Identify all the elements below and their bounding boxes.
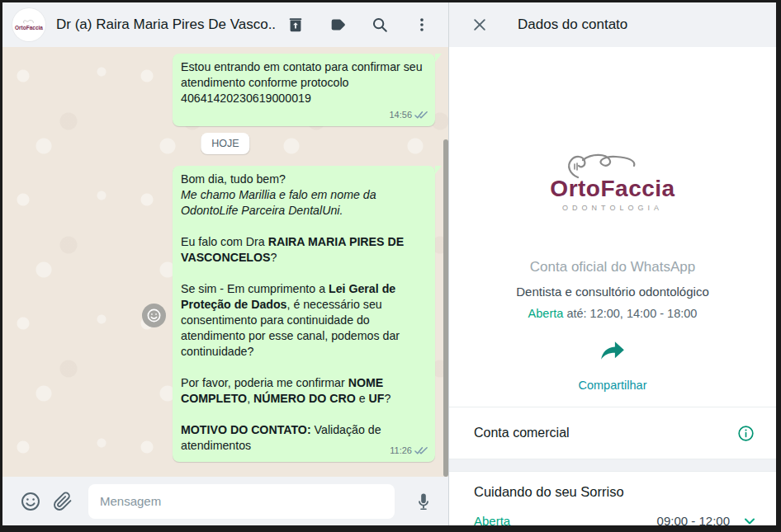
message-text: Por favor, poderia me confirmar bbox=[181, 376, 348, 389]
message-text: Se sim - Em cumprimento a bbox=[181, 282, 329, 295]
contact-info-body: OrtoFaccia ODONTOLOGIA Conta oficial do … bbox=[449, 47, 776, 525]
menu-kebab-icon[interactable] bbox=[412, 15, 432, 35]
double-check-icon bbox=[414, 446, 428, 455]
double-check-icon bbox=[414, 111, 428, 120]
business-account-row: Conta comercial bbox=[449, 407, 776, 459]
hours-expand-row[interactable]: Aberta 09:00 - 12:00 bbox=[474, 514, 756, 525]
business-category: Dentista e consultório odontológico bbox=[449, 285, 776, 299]
share-label: Compartilhar bbox=[449, 379, 776, 392]
business-bio: Cuidando do seu Sorriso bbox=[474, 484, 755, 500]
message-bubble: Estou entrando em contato para confirmar… bbox=[173, 54, 435, 126]
contact-avatar[interactable]: OrtoFaccia bbox=[12, 8, 45, 41]
message-time: 14:56 bbox=[389, 107, 412, 123]
avatar-brand-text: OrtoFaccia bbox=[15, 25, 43, 31]
business-account-label: Conta comercial bbox=[474, 426, 570, 440]
message-text-bold: MOTIVO DO CONTATO: bbox=[181, 423, 311, 436]
message-input[interactable] bbox=[88, 484, 395, 519]
message-text: ? bbox=[271, 251, 277, 264]
message-text: Bom dia, tudo bem? bbox=[181, 172, 286, 186]
contact-info-header: Dados do contato bbox=[449, 2, 776, 47]
message-text: ? bbox=[384, 392, 390, 405]
close-icon[interactable] bbox=[471, 16, 489, 34]
label-icon[interactable] bbox=[328, 15, 348, 35]
whatsapp-window: OrtoFaccia Dr (a) Raira Maria Pires De V… bbox=[2, 2, 776, 525]
hours-text: até: 12:00, 14:00 - 18:00 bbox=[566, 307, 697, 320]
message-composer bbox=[2, 477, 448, 525]
message-text-italic: Me chamo Marillia e falo em nome da Odon… bbox=[181, 188, 376, 217]
date-divider: HOJE bbox=[201, 133, 249, 154]
info-icon[interactable] bbox=[737, 425, 755, 442]
business-logo: OrtoFaccia ODONTOLOGIA bbox=[449, 153, 776, 212]
panel-title: Dados do contato bbox=[518, 16, 627, 33]
section-separator bbox=[449, 459, 776, 472]
chat-header[interactable]: OrtoFaccia Dr (a) Raira Maria Pires De V… bbox=[2, 2, 448, 47]
chevron-down-icon bbox=[743, 515, 756, 526]
business-hours-summary: Aberta até: 12:00, 14:00 - 18:00 bbox=[449, 307, 776, 320]
ortofaccia-logo-swirl bbox=[22, 19, 36, 25]
message-time: 11:26 bbox=[390, 443, 412, 459]
business-tagline: ODONTOLOGIA bbox=[449, 204, 776, 212]
message-text: Eu falo com Dra bbox=[181, 235, 268, 248]
trash-icon[interactable] bbox=[286, 15, 305, 35]
message-text: e bbox=[356, 392, 369, 405]
chat-panel: OrtoFaccia Dr (a) Raira Maria Pires De V… bbox=[2, 2, 449, 525]
message-text: , bbox=[247, 392, 253, 405]
react-emoji-button[interactable] bbox=[142, 304, 166, 327]
chat-scrollbar-thumb[interactable] bbox=[443, 139, 448, 477]
open-status: Aberta bbox=[474, 514, 510, 525]
chat-contact-title: Dr (a) Raira Maria Pires De Vasco... bbox=[56, 16, 275, 33]
emoji-icon[interactable] bbox=[19, 490, 42, 513]
contact-info-panel: Dados do contato OrtoFaccia ODONTOLOGIA … bbox=[449, 2, 776, 525]
message-text: Estou entrando em contato para confirmar… bbox=[181, 60, 423, 105]
search-icon[interactable] bbox=[370, 15, 390, 35]
chat-message-area: Estou entrando em contato para confirmar… bbox=[2, 47, 448, 477]
microphone-icon[interactable] bbox=[412, 490, 435, 513]
business-name: OrtoFaccia bbox=[449, 176, 776, 202]
message-meta: 11:26 bbox=[390, 443, 428, 459]
share-button[interactable]: Compartilhar bbox=[449, 341, 776, 392]
official-account-label: Conta oficial do WhatsApp bbox=[449, 259, 776, 275]
share-forward-icon bbox=[600, 341, 625, 362]
hours-range: 09:00 - 12:00 bbox=[657, 514, 730, 525]
message-meta: 14:56 bbox=[389, 107, 428, 123]
message-bubble: Bom dia, tudo bem? Me chamo Marillia e f… bbox=[173, 166, 435, 462]
message-text-bold: NÚMERO DO CRO bbox=[253, 392, 356, 405]
attach-paperclip-icon[interactable] bbox=[51, 490, 74, 513]
open-status: Aberta bbox=[528, 307, 564, 320]
chat-header-actions bbox=[286, 15, 437, 35]
message-text-bold: UF bbox=[369, 392, 385, 405]
